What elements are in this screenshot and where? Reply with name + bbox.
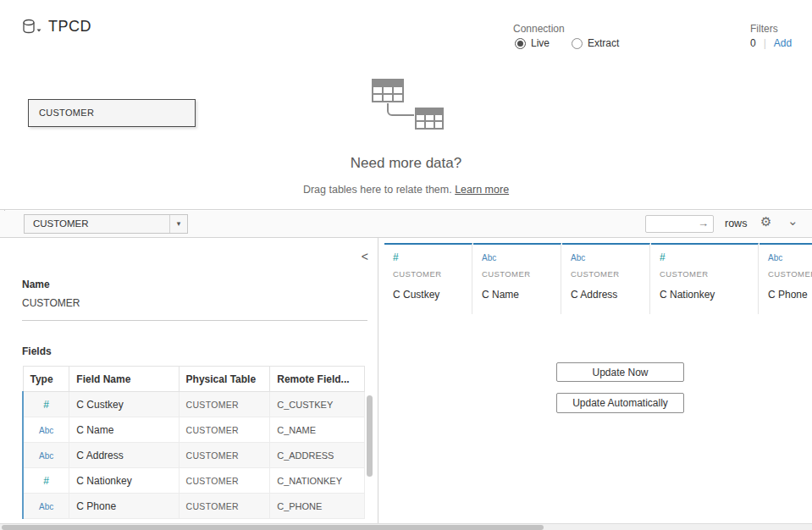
radio-extract[interactable]: Extract <box>572 37 619 49</box>
name-label: Name <box>22 279 50 290</box>
fields-table: Type Field Name Physical Table Remote Fi… <box>22 366 365 519</box>
update-automatically-button[interactable]: Update Automatically <box>556 393 684 413</box>
remote-field-cell: C_PHONE <box>270 494 365 519</box>
col-header-remote-field: Remote Field... <box>270 367 365 392</box>
field-type-icon: Abc <box>482 253 496 262</box>
connection-label: Connection <box>513 23 565 35</box>
empty-state-subtitle: Drag tables here to relate them. Learn m… <box>0 184 812 196</box>
canvas-table-card-customer[interactable]: CUSTOMER <box>28 99 196 127</box>
preview-column-field: C Address <box>571 289 641 301</box>
preview-column-table: CUSTOMER <box>393 269 463 279</box>
col-header-physical-table: Physical Table <box>179 367 270 392</box>
collapse-panel-icon[interactable]: < <box>362 250 368 263</box>
field-name-cell[interactable]: C Name <box>69 417 179 443</box>
field-name-cell[interactable]: C Phone <box>69 494 179 519</box>
data-preview-panel: # CUSTOMER C Custkey Abc CUSTOMER C Name… <box>378 238 812 523</box>
preview-column-headers: # CUSTOMER C Custkey Abc CUSTOMER C Name… <box>384 243 812 314</box>
database-icon[interactable] <box>22 19 42 38</box>
radio-live[interactable]: Live <box>515 37 550 49</box>
grid-settings-gear-icon[interactable]: ⚙ <box>760 214 771 229</box>
connection-radio-group: Live Extract <box>515 37 619 49</box>
field-name-cell[interactable]: C Custkey <box>69 392 179 417</box>
filters-add-link[interactable]: Add <box>774 37 792 49</box>
physical-table-cell: CUSTOMER <box>179 392 270 417</box>
field-type-icon[interactable]: # <box>43 399 49 411</box>
preview-column-c-phone[interactable]: Abc CUSTOMER C Phone <box>760 243 812 314</box>
preview-column-c-address[interactable]: Abc CUSTOMER C Address <box>562 243 650 314</box>
learn-more-link[interactable]: Learn more <box>455 184 509 196</box>
field-type-icon: Abc <box>571 253 585 262</box>
remote-field-cell: C_CUSTKEY <box>270 392 365 417</box>
fields-label: Fields <box>22 345 52 357</box>
table-row[interactable]: Abc C Name CUSTOMER C_NAME <box>23 417 365 443</box>
physical-table-cell: CUSTOMER <box>179 417 270 443</box>
col-header-field-name: Field Name <box>69 367 179 392</box>
physical-table-cell: CUSTOMER <box>179 443 270 468</box>
field-type-icon[interactable]: Abc <box>39 426 53 435</box>
fields-vertical-scrollbar[interactable] <box>367 395 373 477</box>
field-name-cell[interactable]: C Nationkey <box>69 468 179 494</box>
field-type-icon[interactable]: # <box>43 475 49 487</box>
metadata-panel: < Name CUSTOMER Fields Type Field Name P… <box>0 238 378 523</box>
rows-label: rows <box>725 218 747 229</box>
preview-column-c-name[interactable]: Abc CUSTOMER C Name <box>473 243 561 314</box>
preview-column-field: C Name <box>482 289 552 301</box>
filters-row: 0 | Add <box>750 37 792 49</box>
radio-live-icon[interactable] <box>515 38 526 49</box>
datasource-title: TPCD <box>48 18 91 36</box>
preview-column-field: C Custkey <box>393 289 463 301</box>
table-row[interactable]: # C Nationkey CUSTOMER C_NATIONKEY <box>23 468 365 494</box>
preview-column-c-nationkey[interactable]: # CUSTOMER C Nationkey <box>651 243 759 314</box>
remote-field-cell: C_NATIONKEY <box>270 468 365 494</box>
empty-state-hint: Drag tables here to relate them. <box>303 184 452 196</box>
field-type-icon: Abc <box>768 253 782 262</box>
filters-label: Filters <box>750 23 778 35</box>
field-name-cell[interactable]: C Address <box>69 443 179 468</box>
radio-extract-label: Extract <box>588 37 619 49</box>
table-selector-dropdown[interactable]: CUSTOMER ▾ <box>24 214 188 234</box>
field-type-icon: # <box>393 251 399 263</box>
preview-column-table: CUSTOMER <box>660 269 749 279</box>
preview-column-field: C Nationkey <box>660 289 749 301</box>
col-header-type: Type <box>23 367 69 392</box>
horizontal-scrollbar-track[interactable] <box>0 523 812 530</box>
remote-field-cell: C_ADDRESS <box>270 443 365 468</box>
grid-chevron-down-icon[interactable]: ⌄ <box>787 213 798 229</box>
table-selector-value: CUSTOMER <box>33 218 89 229</box>
radio-live-label: Live <box>531 37 550 49</box>
filters-count: 0 <box>750 37 756 49</box>
empty-state-title: Need more data? <box>0 155 812 172</box>
field-type-icon[interactable]: Abc <box>39 502 53 511</box>
table-row[interactable]: Abc C Address CUSTOMER C_ADDRESS <box>23 443 365 468</box>
preview-column-c-custkey[interactable]: # CUSTOMER C Custkey <box>384 243 472 314</box>
rows-arrow-icon: → <box>698 217 709 229</box>
filters-divider: | <box>764 37 766 49</box>
preview-column-field: C Phone <box>768 289 812 301</box>
grid-toolbar: CUSTOMER ▾ → rows ⚙ ⌄ <box>0 211 812 238</box>
table-row[interactable]: # C Custkey CUSTOMER C_CUSTKEY <box>23 392 365 417</box>
physical-table-cell: CUSTOMER <box>179 468 270 494</box>
name-value[interactable]: CUSTOMER <box>22 297 367 321</box>
relate-tables-illustration-icon <box>369 78 450 140</box>
rows-limit-input[interactable]: → <box>645 215 714 233</box>
horizontal-scrollbar-thumb[interactable] <box>2 525 544 530</box>
dropdown-caret-icon: ▾ <box>169 215 187 233</box>
field-type-icon: # <box>660 251 666 263</box>
preview-column-table: CUSTOMER <box>482 269 552 279</box>
radio-extract-icon[interactable] <box>572 38 583 49</box>
field-type-icon[interactable]: Abc <box>39 451 53 461</box>
update-now-button[interactable]: Update Now <box>556 362 684 382</box>
table-row[interactable]: Abc C Phone CUSTOMER C_PHONE <box>23 494 365 519</box>
physical-table-cell: CUSTOMER <box>179 494 270 519</box>
preview-column-table: CUSTOMER <box>768 269 812 279</box>
fields-table-header-row: Type Field Name Physical Table Remote Fi… <box>23 367 365 392</box>
remote-field-cell: C_NAME <box>270 417 365 443</box>
preview-column-table: CUSTOMER <box>571 269 641 279</box>
datasource-canvas-section: TPCD Connection Live Extract Filters 0 |… <box>0 0 812 210</box>
